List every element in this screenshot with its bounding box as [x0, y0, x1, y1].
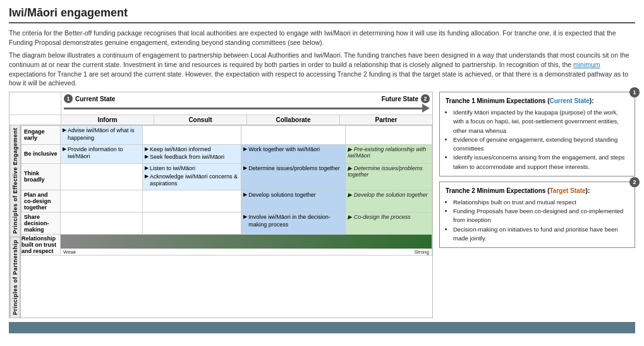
- right-panel: 1 Tranche 1 Minimum Expectations (Curren…: [439, 92, 635, 318]
- cell-text: Seek feedback from iwi/Māori: [150, 154, 224, 161]
- cell-engage-inform: ▶ Advise iwi/Māori of what is happening: [61, 126, 143, 144]
- bullet-item: ▶ Keep iwi/Māori informed: [145, 146, 239, 154]
- table-row: Be inclusive ▶ Provide information to iw…: [21, 144, 432, 163]
- col-header-partner: Partner: [340, 115, 432, 125]
- cell-share-inform: [61, 212, 143, 234]
- cell-inclusive-consult: ▶ Keep iwi/Māori informed ▶ Seek feedbac…: [142, 144, 241, 163]
- cell-text: Involve iwi/Māori in the decision-making…: [248, 214, 343, 228]
- diagram-wrapper: 1 Current State Future State 2: [9, 92, 433, 318]
- bullet-item: ▶ Acknowledge iwi/Māori concerns & aspir…: [145, 173, 239, 188]
- cell-plan-inform: [61, 190, 143, 212]
- cell-think-consult: ▶ Listen to iwi/Māori ▶ Acknowledge iwi/…: [142, 163, 241, 190]
- bullet-item: ▶ Develop solutions together: [243, 192, 343, 199]
- gradient-labels: Weak Strong: [61, 249, 432, 255]
- page: Iwi/Māori engagement The criteria for th…: [0, 0, 644, 346]
- intro-paragraph-1: The criteria for the Better-off funding …: [9, 28, 635, 47]
- intro2-part2: expectations for Tranche 1 are set aroun…: [9, 70, 628, 87]
- cell-plan-consult: [142, 190, 241, 212]
- diagram-section: 1 Current State Future State 2: [9, 92, 433, 318]
- list-item: Identify Māori impacted by the kaupapa (…: [453, 108, 629, 135]
- bullet-arrow-icon: ▶: [145, 146, 149, 152]
- table-row: Plan and co-design together ▶ Develop so…: [21, 190, 432, 212]
- partner-text: ▶ Co-design the process: [348, 214, 411, 220]
- bullet-arrow-icon: ▶: [243, 214, 247, 219]
- cell-text: Acknowledge iwi/Māori concerns & aspirat…: [150, 173, 239, 188]
- cell-inclusive-partner: ▶ Pre-existing relationship with iwi/Māo…: [346, 144, 432, 163]
- row-label-plan: Plan and co-design together: [21, 190, 61, 212]
- list-item: Decision-making on initiatives to fund a…: [453, 225, 629, 244]
- list-item: Identify issues/concerns arising from th…: [453, 153, 629, 171]
- bullet-arrow-icon: ▶: [145, 165, 149, 171]
- cell-think-collaborate: ▶ Determine issues/problems together: [241, 163, 346, 190]
- row-label-share: Share decision-making: [21, 212, 61, 234]
- table-row: Share decision-making ▶ Involve iwi/Māor…: [21, 212, 432, 234]
- strong-label: Strong: [414, 249, 429, 255]
- tranche2-title-prefix: Tranche 2 Minimum Expectations (: [446, 187, 549, 194]
- cell-inclusive-inform: ▶ Provide information to iwi/Māori: [61, 144, 143, 163]
- tranche1-circle: 1: [629, 87, 640, 97]
- arrow-line: [64, 108, 422, 109]
- row-label-relationship: Relationship built on trust and respect: [21, 234, 61, 255]
- bullet-text: Relationships built on trust and mutual …: [453, 199, 576, 206]
- bullet-item: ▶ Determine issues/problems together: [348, 165, 430, 178]
- table-row: Engage early ▶ Advise iwi/Māori of what …: [21, 126, 432, 144]
- cell-text: Keep iwi/Māori informed: [150, 146, 211, 154]
- cell-text: Determine issues/problems together: [248, 165, 340, 173]
- weak-label: Weak: [63, 249, 76, 255]
- bullet-item: ▶ Seek feedback from iwi/Māori: [145, 154, 239, 161]
- current-state-text: Current State: [75, 96, 115, 102]
- tranche1-title-end: ):: [590, 97, 594, 104]
- cell-engage-consult: [142, 126, 241, 144]
- state-arrow: [64, 104, 430, 113]
- bullet-arrow-icon: ▶: [63, 127, 66, 133]
- cell-text: Work together with iwi/Māori: [248, 146, 320, 154]
- row-label-think-broadly: Think broadly: [21, 163, 61, 190]
- bullet-item: ▶ Provide information to iwi/Māori: [63, 146, 140, 161]
- label-col-spacer: [9, 115, 61, 125]
- bullet-text: Identify issues/concerns arising from th…: [453, 154, 624, 170]
- bullet-item: ▶ Co-design the process: [348, 214, 430, 220]
- tranche2-circle: 2: [629, 177, 640, 187]
- cell-think-partner: ▶ Determine issues/problems together: [346, 163, 432, 190]
- cell-think-inform: [61, 163, 143, 190]
- intro2-highlight: minimum: [573, 61, 600, 68]
- column-headers: Inform Consult Collaborate Partner: [9, 115, 432, 125]
- cell-text: Advise iwi/Māori of what is happening: [68, 127, 140, 142]
- page-title: Iwi/Māori engagement: [9, 6, 635, 23]
- table-container: Engage early ▶ Advise iwi/Māori of what …: [21, 125, 432, 318]
- bullet-item: ▶ Determine issues/problems together: [243, 165, 343, 173]
- bullet-text: Decision-making on initiatives to fund a…: [453, 226, 618, 242]
- cell-plan-collaborate: ▶ Develop solutions together: [241, 190, 346, 212]
- table-row: Think broadly ▶ Listen to iwi/Māori ▶: [21, 163, 432, 190]
- bullet-arrow-icon: ▶: [63, 146, 66, 152]
- bullet-text: Funding Proposals have been co-designed …: [453, 207, 623, 223]
- arrow-tip: [422, 104, 430, 113]
- list-item: Evidence of genuine engagement, extendin…: [453, 135, 629, 154]
- list-item: Funding Proposals have been co-designed …: [453, 207, 629, 225]
- cell-text: Listen to iwi/Māori: [150, 165, 195, 173]
- gradient-bar: [61, 235, 432, 249]
- bullet-item: ▶ Work together with iwi/Māori: [243, 146, 343, 154]
- bullet-item: ▶ Involve iwi/Māori in the decision-maki…: [243, 214, 343, 228]
- bullet-arrow-icon: ▶: [145, 154, 149, 159]
- intro-paragraph-2: The diagram below illustrates a continuu…: [9, 51, 635, 88]
- tranche2-title: Tranche 2 Minimum Expectations (Target S…: [446, 187, 629, 195]
- partner-text: ▶ Determine issues/problems together: [348, 165, 430, 178]
- bullet-arrow-icon: ▶: [145, 173, 149, 179]
- future-state-text: Future State: [382, 96, 418, 102]
- list-item: Relationships built on trust and mutual …: [453, 198, 629, 207]
- cell-share-partner: ▶ Co-design the process: [346, 212, 432, 234]
- bullet-arrow-icon: ▶: [243, 146, 247, 152]
- bullet-item: ▶ Pre-existing relationship with iwi/Māo…: [348, 146, 430, 159]
- bullet-text: Identify Māori impacted by the kaupapa (…: [453, 109, 619, 134]
- tranche2-bullets: Relationships built on trust and mutual …: [453, 198, 629, 243]
- cell-engage-partner: [346, 126, 432, 144]
- diagram-body: Principles of Effective Engagement Princ…: [9, 125, 432, 318]
- tranche1-title-highlight: Current State: [549, 97, 589, 104]
- partner-text: ▶ Pre-existing relationship with iwi/Māo…: [348, 146, 430, 159]
- row-label-inclusive: Be inclusive: [21, 144, 61, 163]
- cell-text: Develop solutions together: [248, 192, 316, 199]
- bullet-item: ▶ Develop the solution together: [348, 192, 430, 198]
- future-state-circle: 2: [421, 94, 430, 103]
- tranche1-title-prefix: Tranche 1 Minimum Expectations (: [446, 97, 549, 104]
